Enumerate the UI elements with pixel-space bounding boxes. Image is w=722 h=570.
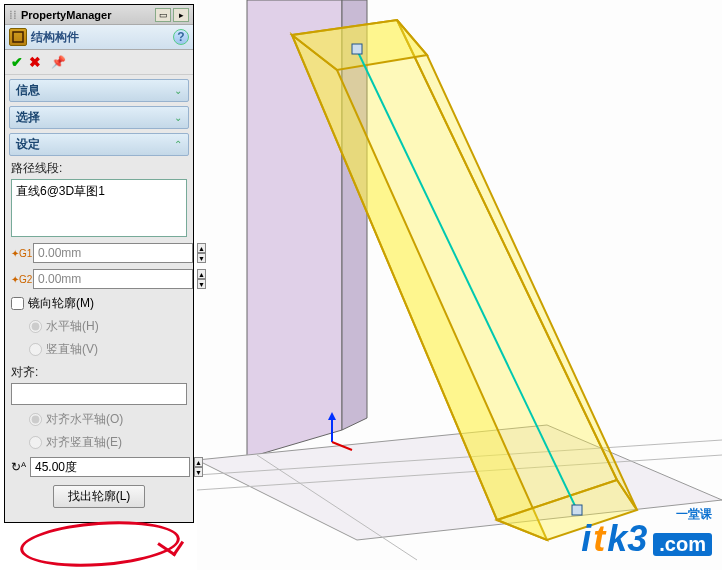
horiz-axis-label: 水平轴(H) <box>46 318 99 335</box>
watermark: 一堂课 i t k3 .com <box>581 518 712 560</box>
watermark-com: .com <box>653 533 712 556</box>
mirror-checkbox[interactable] <box>11 297 24 310</box>
align-vert-radio[interactable] <box>29 436 42 449</box>
pm-split-icon[interactable]: ▭ <box>155 8 171 22</box>
g2-icon: ✦G2 <box>11 274 29 285</box>
chevron-up-icon: ⌃ <box>174 139 182 150</box>
g1-spinner: ▲ ▼ <box>197 243 206 263</box>
model-graphics <box>197 0 722 570</box>
g1-icon: ✦G1 <box>11 248 29 259</box>
action-row: ✔ ✖ 📌 <box>5 50 193 75</box>
cancel-icon[interactable]: ✖ <box>29 54 41 70</box>
path-seg-label: 路径线段: <box>11 160 187 177</box>
find-profile-button[interactable]: 找出轮廓(L) <box>53 485 146 508</box>
property-manager-panel: ⁞⁞ PropertyManager ▭ ▸ 结构构件 ? ✔ ✖ 📌 信息 ⌄… <box>4 4 194 523</box>
pin-icon[interactable]: 📌 <box>51 55 66 69</box>
chevron-down-icon: ⌄ <box>174 112 182 123</box>
angle-input[interactable] <box>30 457 190 477</box>
pm-arrow-icon[interactable]: ▸ <box>173 8 189 22</box>
chevron-down-icon: ⌄ <box>174 85 182 96</box>
vert-axis-radio[interactable] <box>29 343 42 356</box>
angle-icon: ↻ᴬ <box>11 460 26 474</box>
feature-name: 结构构件 <box>31 29 173 46</box>
section-select-title: 选择 <box>16 109 174 126</box>
spin-down-icon[interactable]: ▼ <box>194 467 203 477</box>
watermark-tagline: 一堂课 <box>676 506 712 523</box>
annotation-highlight-circle <box>19 516 182 570</box>
svg-rect-17 <box>13 32 23 42</box>
angle-row: ↻ᴬ ▲ ▼ <box>11 457 187 477</box>
section-info-header[interactable]: 信息 ⌄ <box>9 79 189 102</box>
section-settings-body: 路径线段: 直线6@3D草图1 ✦G1 ▲ ▼ ✦G2 ▲ ▼ 镜向轮廓(M) <box>5 156 193 522</box>
structural-member-icon <box>9 28 27 46</box>
help-icon[interactable]: ? <box>173 29 189 45</box>
align-horiz-label: 对齐水平轴(O) <box>46 411 123 428</box>
vert-axis-label: 竖直轴(V) <box>46 341 98 358</box>
watermark-k3: k3 <box>607 518 647 560</box>
svg-rect-16 <box>572 505 582 515</box>
pm-grip-icon: ⁞⁞ <box>9 8 17 22</box>
spin-up-icon[interactable]: ▲ <box>194 457 203 467</box>
section-settings-title: 设定 <box>16 136 174 153</box>
g2-offset-row: ✦G2 ▲ ▼ <box>11 269 187 289</box>
align-vert-row: 对齐竖直轴(E) <box>29 434 187 451</box>
section-info-title: 信息 <box>16 82 174 99</box>
list-item[interactable]: 直线6@3D草图1 <box>14 182 184 201</box>
align-horiz-row: 对齐水平轴(O) <box>29 411 187 428</box>
pm-header: ⁞⁞ PropertyManager ▭ ▸ <box>5 5 193 25</box>
ok-icon[interactable]: ✔ <box>11 54 23 70</box>
g1-offset-row: ✦G1 ▲ ▼ <box>11 243 187 263</box>
align-label: 对齐: <box>11 364 187 381</box>
spin-up-icon[interactable]: ▲ <box>197 269 206 279</box>
align-selection-box[interactable] <box>11 383 187 405</box>
mirror-profile-row: 镜向轮廓(M) <box>11 295 187 312</box>
mirror-label: 镜向轮廓(M) <box>28 295 94 312</box>
horiz-axis-row: 水平轴(H) <box>29 318 187 335</box>
align-horiz-radio[interactable] <box>29 413 42 426</box>
svg-rect-15 <box>352 44 362 54</box>
g2-input[interactable] <box>33 269 193 289</box>
g1-input[interactable] <box>33 243 193 263</box>
feature-row: 结构构件 ? <box>5 25 193 50</box>
spin-up-icon[interactable]: ▲ <box>197 243 206 253</box>
spin-down-icon[interactable]: ▼ <box>197 279 206 289</box>
spin-down-icon[interactable]: ▼ <box>197 253 206 263</box>
horiz-axis-radio[interactable] <box>29 320 42 333</box>
section-select-header[interactable]: 选择 ⌄ <box>9 106 189 129</box>
pm-title: PropertyManager <box>21 9 155 21</box>
align-vert-label: 对齐竖直轴(E) <box>46 434 122 451</box>
vert-axis-row: 竖直轴(V) <box>29 341 187 358</box>
watermark-t: t <box>593 518 605 560</box>
model-viewport[interactable]: 一堂课 i t k3 .com <box>197 0 722 570</box>
g2-spinner: ▲ ▼ <box>197 269 206 289</box>
section-settings-header[interactable]: 设定 ⌃ <box>9 133 189 156</box>
watermark-i: i <box>581 518 591 560</box>
path-segments-listbox[interactable]: 直线6@3D草图1 <box>11 179 187 237</box>
angle-spinner: ▲ ▼ <box>194 457 203 477</box>
